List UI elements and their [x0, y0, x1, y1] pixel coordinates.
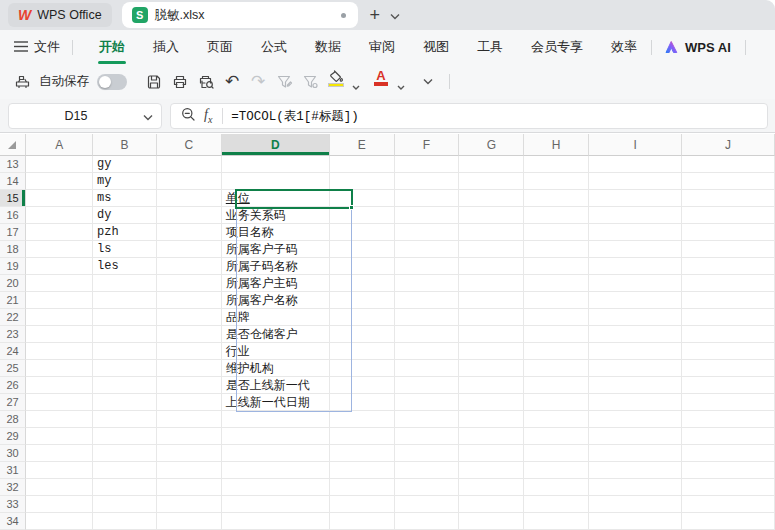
cell-G34[interactable]: [459, 513, 524, 530]
cell-I31[interactable]: [589, 462, 682, 479]
cell-D31[interactable]: [222, 462, 330, 479]
cell-A34[interactable]: [26, 513, 93, 530]
row-header-22[interactable]: 22: [0, 309, 26, 326]
menu-tab-会员专享[interactable]: 会员专享: [517, 29, 597, 65]
cell-E17[interactable]: [330, 224, 395, 241]
cell-E22[interactable]: [330, 309, 395, 326]
cell-H20[interactable]: [524, 275, 589, 292]
cell-J30[interactable]: [682, 445, 775, 462]
cell-B24[interactable]: [93, 343, 157, 360]
cell-C23[interactable]: [157, 326, 222, 343]
column-header-C[interactable]: C: [157, 134, 222, 156]
cell-F25[interactable]: [395, 360, 460, 377]
print-icon[interactable]: [168, 70, 192, 94]
cell-H16[interactable]: [524, 207, 589, 224]
cell-E20[interactable]: [330, 275, 395, 292]
cell-A27[interactable]: [26, 394, 93, 411]
cell-A14[interactable]: [26, 173, 93, 190]
cell-C28[interactable]: [157, 411, 222, 428]
cell-D30[interactable]: [222, 445, 330, 462]
cell-H23[interactable]: [524, 326, 589, 343]
print-preview-icon[interactable]: [194, 70, 218, 94]
cell-B29[interactable]: [93, 428, 157, 445]
cell-B19[interactable]: les: [93, 258, 157, 275]
cell-C16[interactable]: [157, 207, 222, 224]
fill-color-icon[interactable]: [324, 70, 348, 94]
cell-E25[interactable]: [330, 360, 395, 377]
cell-B21[interactable]: [93, 292, 157, 309]
cell-C26[interactable]: [157, 377, 222, 394]
cell-C25[interactable]: [157, 360, 222, 377]
cell-H30[interactable]: [524, 445, 589, 462]
name-box[interactable]: D15: [8, 103, 162, 129]
cell-G16[interactable]: [459, 207, 524, 224]
cell-F13[interactable]: [395, 156, 460, 173]
cell-F31[interactable]: [395, 462, 460, 479]
row-header-28[interactable]: 28: [0, 411, 26, 428]
cell-A24[interactable]: [26, 343, 93, 360]
cell-F22[interactable]: [395, 309, 460, 326]
wps-office-home-button[interactable]: W WPS Office: [8, 3, 112, 27]
column-header-B[interactable]: B: [93, 134, 157, 156]
cell-E19[interactable]: [330, 258, 395, 275]
cell-I24[interactable]: [589, 343, 682, 360]
tab-list-chevron-icon[interactable]: [390, 6, 400, 24]
cell-G27[interactable]: [459, 394, 524, 411]
cell-D14[interactable]: [222, 173, 330, 190]
menu-tab-数据[interactable]: 数据: [301, 29, 355, 65]
row-header-30[interactable]: 30: [0, 445, 26, 462]
cell-G24[interactable]: [459, 343, 524, 360]
cell-B31[interactable]: [93, 462, 157, 479]
cell-J24[interactable]: [682, 343, 775, 360]
cell-A31[interactable]: [26, 462, 93, 479]
cell-B34[interactable]: [93, 513, 157, 530]
row-header-31[interactable]: 31: [0, 462, 26, 479]
cell-F16[interactable]: [395, 207, 460, 224]
cell-B23[interactable]: [93, 326, 157, 343]
cell-G19[interactable]: [459, 258, 524, 275]
cell-H29[interactable]: [524, 428, 589, 445]
cell-F29[interactable]: [395, 428, 460, 445]
cell-C27[interactable]: [157, 394, 222, 411]
cell-D19[interactable]: 所属子码名称: [222, 258, 330, 275]
cell-B30[interactable]: [93, 445, 157, 462]
cell-F19[interactable]: [395, 258, 460, 275]
column-header-I[interactable]: I: [589, 134, 682, 156]
cell-B27[interactable]: [93, 394, 157, 411]
cell-B33[interactable]: [93, 496, 157, 513]
cell-E33[interactable]: [330, 496, 395, 513]
cell-A32[interactable]: [26, 479, 93, 496]
cell-B15[interactable]: ms: [93, 190, 157, 207]
cell-D25[interactable]: 维护机构: [222, 360, 330, 377]
cell-D27[interactable]: 上线新一代日期: [222, 394, 330, 411]
row-header-26[interactable]: 26: [0, 377, 26, 394]
cell-E31[interactable]: [330, 462, 395, 479]
cell-I16[interactable]: [589, 207, 682, 224]
column-header-A[interactable]: A: [26, 134, 93, 156]
cell-A16[interactable]: [26, 207, 93, 224]
cell-B22[interactable]: [93, 309, 157, 326]
cell-B17[interactable]: pzh: [93, 224, 157, 241]
cell-G32[interactable]: [459, 479, 524, 496]
column-header-F[interactable]: F: [395, 134, 460, 156]
cell-C21[interactable]: [157, 292, 222, 309]
cell-F15[interactable]: [395, 190, 460, 207]
cell-J23[interactable]: [682, 326, 775, 343]
cell-J28[interactable]: [682, 411, 775, 428]
cell-F27[interactable]: [395, 394, 460, 411]
zoom-out-icon[interactable]: [181, 107, 196, 126]
cell-H28[interactable]: [524, 411, 589, 428]
font-color-icon[interactable]: A: [369, 70, 393, 94]
cell-H34[interactable]: [524, 513, 589, 530]
row-header-27[interactable]: 27: [0, 394, 26, 411]
cell-A23[interactable]: [26, 326, 93, 343]
cell-G26[interactable]: [459, 377, 524, 394]
column-header-D[interactable]: D: [222, 134, 330, 156]
cell-C24[interactable]: [157, 343, 222, 360]
cell-D18[interactable]: 所属客户子码: [222, 241, 330, 258]
cell-F23[interactable]: [395, 326, 460, 343]
cell-H33[interactable]: [524, 496, 589, 513]
cell-J34[interactable]: [682, 513, 775, 530]
cell-D34[interactable]: [222, 513, 330, 530]
row-header-13[interactable]: 13: [0, 156, 26, 173]
